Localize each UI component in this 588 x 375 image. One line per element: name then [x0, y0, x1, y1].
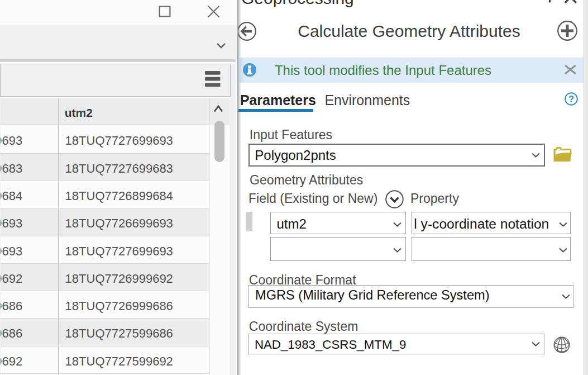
- svg-text:?: ?: [568, 94, 574, 104]
